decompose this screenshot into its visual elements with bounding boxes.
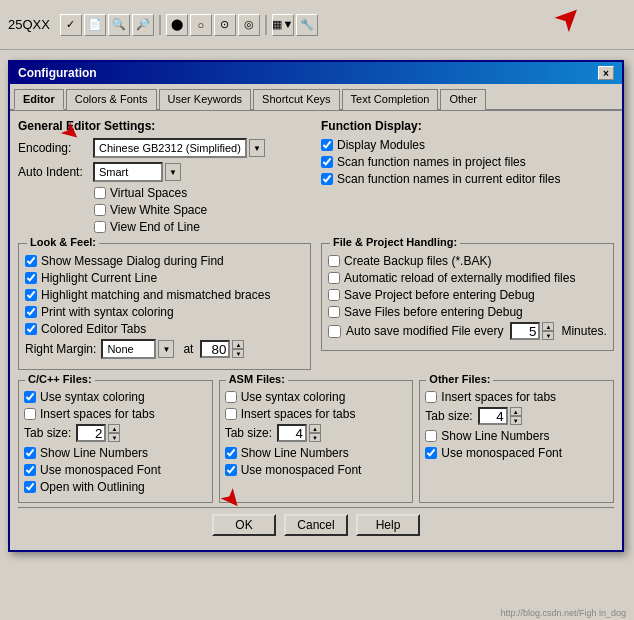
other-insert-checkbox[interactable] (425, 391, 437, 403)
other-tabsize-row: Tab size: ▲ ▼ (425, 407, 608, 425)
ok-button[interactable]: OK (212, 514, 276, 536)
toolbar-btn-6[interactable]: ○ (190, 14, 212, 36)
asm-files-title: ASM Files: (226, 373, 288, 385)
save-files-debug-checkbox[interactable] (328, 306, 340, 318)
file-project-title: File & Project Handling: (330, 236, 460, 248)
cpp-outlining-row: Open with Outlining (24, 480, 207, 494)
other-insert-row: Insert spaces for tabs (425, 390, 608, 404)
tab-shortcut-keys[interactable]: Shortcut Keys (253, 89, 339, 110)
scan-project-label: Scan function names in project files (337, 155, 526, 169)
toolbar-btn-2[interactable]: 📄 (84, 14, 106, 36)
auto-save-input[interactable] (510, 322, 540, 340)
toolbar-btn-1[interactable]: ✓ (60, 14, 82, 36)
cpp-insert-checkbox[interactable] (24, 408, 36, 420)
toolbar-btn-3[interactable]: 🔍 (108, 14, 130, 36)
print-syntax-checkbox[interactable] (25, 306, 37, 318)
margin-spin-up[interactable]: ▲ (232, 340, 244, 349)
cpp-tabsize-spinner: ▲ ▼ (76, 424, 120, 442)
cpp-syntax-row: Use syntax coloring (24, 390, 207, 404)
asm-insert-label: Insert spaces for tabs (241, 407, 356, 421)
auto-save-spin-down[interactable]: ▼ (542, 331, 554, 340)
cpp-monospaced-checkbox[interactable] (24, 464, 36, 476)
auto-save-checkbox[interactable] (328, 325, 341, 338)
cpp-tabsize-down[interactable]: ▼ (108, 433, 120, 442)
asm-tabsize-input[interactable] (277, 424, 307, 442)
scan-editor-checkbox[interactable] (321, 173, 333, 185)
colored-tabs-row: Colored Editor Tabs (25, 322, 304, 336)
margin-input[interactable] (200, 340, 230, 358)
save-project-debug-label: Save Project before entering Debug (344, 288, 535, 302)
toolbar-sep-1 (159, 15, 161, 35)
toolbar-btn-5[interactable]: ⬤ (166, 14, 188, 36)
asm-insert-checkbox[interactable] (225, 408, 237, 420)
toolbar-btn-10[interactable]: 🔧 (296, 14, 318, 36)
toolbar-title: 25QXX (8, 17, 50, 32)
asm-monospaced-checkbox[interactable] (225, 464, 237, 476)
other-linenumbers-checkbox[interactable] (425, 430, 437, 442)
asm-tabsize-up[interactable]: ▲ (309, 424, 321, 433)
tab-other[interactable]: Other (440, 89, 486, 110)
right-margin-label: Right Margin: (25, 342, 96, 356)
view-white-space-checkbox[interactable] (94, 204, 106, 216)
auto-indent-select[interactable]: Smart (93, 162, 163, 182)
colored-tabs-checkbox[interactable] (25, 323, 37, 335)
cpp-monospaced-label: Use monospaced Font (40, 463, 161, 477)
asm-tabsize-label: Tab size: (225, 426, 272, 440)
cpp-linenumbers-checkbox[interactable] (24, 447, 36, 459)
toolbar-btn-9[interactable]: ▦▼ (272, 14, 294, 36)
cpp-monospaced-row: Use monospaced Font (24, 463, 207, 477)
dialog-close-button[interactable]: × (598, 66, 614, 80)
scan-editor-row: Scan function names in current editor fi… (321, 172, 614, 186)
cpp-syntax-checkbox[interactable] (24, 391, 36, 403)
asm-linenumbers-checkbox[interactable] (225, 447, 237, 459)
scan-project-checkbox[interactable] (321, 156, 333, 168)
other-tabsize-down[interactable]: ▼ (510, 416, 522, 425)
asm-tabsize-spinner: ▲ ▼ (277, 424, 321, 442)
asm-tabsize-row: Tab size: ▲ ▼ (225, 424, 408, 442)
auto-reload-checkbox[interactable] (328, 272, 340, 284)
asm-syntax-row: Use syntax coloring (225, 390, 408, 404)
toolbar-btn-8[interactable]: ◎ (238, 14, 260, 36)
watermark: http://blog.csdn.net/Figh in_dog (500, 608, 626, 618)
highlight-braces-checkbox[interactable] (25, 289, 37, 301)
other-monospaced-checkbox[interactable] (425, 447, 437, 459)
asm-tabsize-down[interactable]: ▼ (309, 433, 321, 442)
tab-editor[interactable]: Editor (14, 89, 64, 110)
other-tabsize-input[interactable] (478, 407, 508, 425)
encoding-dropdown-arrow[interactable]: ▼ (249, 139, 265, 157)
show-message-checkbox[interactable] (25, 255, 37, 267)
view-end-of-line-checkbox[interactable] (94, 221, 106, 233)
asm-tabsize-btns: ▲ ▼ (309, 424, 321, 442)
highlight-line-checkbox[interactable] (25, 272, 37, 284)
cpp-insert-label: Insert spaces for tabs (40, 407, 155, 421)
tab-text-completion[interactable]: Text Completion (342, 89, 439, 110)
cpp-tabsize-up[interactable]: ▲ (108, 424, 120, 433)
other-files-col: Other Files: Insert spaces for tabs Tab … (419, 380, 614, 503)
help-button[interactable]: Help (356, 514, 420, 536)
cpp-tabsize-input[interactable] (76, 424, 106, 442)
save-project-debug-checkbox[interactable] (328, 289, 340, 301)
tab-user-keywords[interactable]: User Keywords (159, 89, 252, 110)
asm-syntax-checkbox[interactable] (225, 391, 237, 403)
encoding-select[interactable]: Chinese GB2312 (Simplified) (93, 138, 247, 158)
cpp-outlining-checkbox[interactable] (24, 481, 36, 493)
tab-colors-fonts[interactable]: Colors & Fonts (66, 89, 157, 110)
cancel-button[interactable]: Cancel (284, 514, 348, 536)
right-margin-arrow[interactable]: ▼ (158, 340, 174, 358)
auto-save-spin-up[interactable]: ▲ (542, 322, 554, 331)
auto-indent-dropdown-arrow[interactable]: ▼ (165, 163, 181, 181)
dialog-titlebar: Configuration × (10, 62, 622, 84)
virtual-spaces-checkbox[interactable] (94, 187, 106, 199)
other-tabsize-up[interactable]: ▲ (510, 407, 522, 416)
bottom-bar: ➤ OK Cancel Help (18, 507, 614, 542)
display-modules-checkbox[interactable] (321, 139, 333, 151)
toolbar-btn-4[interactable]: 🔎 (132, 14, 154, 36)
create-backup-checkbox[interactable] (328, 255, 340, 267)
right-margin-select[interactable]: None (101, 339, 156, 359)
toolbar-btn-7[interactable]: ⊙ (214, 14, 236, 36)
create-backup-label: Create Backup files (*.BAK) (344, 254, 491, 268)
cpp-syntax-label: Use syntax coloring (40, 390, 145, 404)
cpp-insert-row: Insert spaces for tabs (24, 407, 207, 421)
encoding-value: Chinese GB2312 (Simplified) (99, 142, 241, 154)
margin-spin-down[interactable]: ▼ (232, 349, 244, 358)
